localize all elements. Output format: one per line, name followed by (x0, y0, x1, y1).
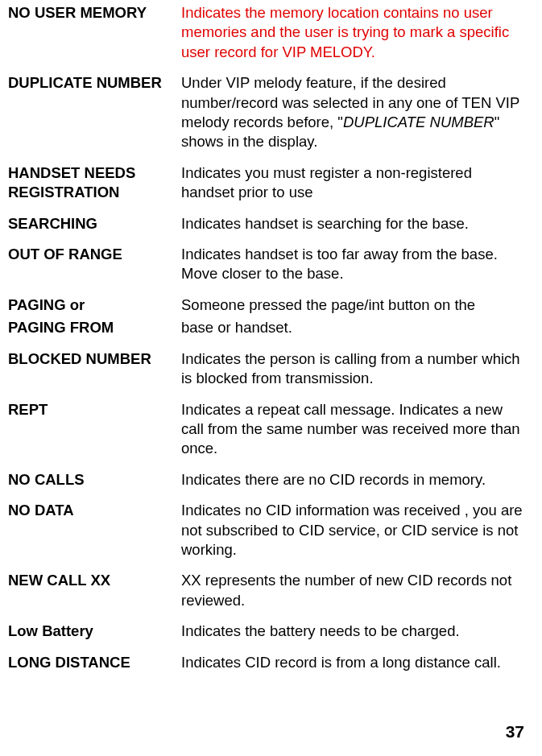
definition: Indicates CID record is from a long dist… (181, 653, 526, 672)
term: LONG DISTANCE (8, 653, 181, 672)
definition: Under VIP melody feature, if the desired… (181, 73, 526, 152)
term: HANDSET NEEDS REGISTRATION (8, 163, 181, 203)
definition: Indicates the memory location contains n… (181, 3, 526, 62)
entry-no-user-memory: NO USER MEMORY Indicates the memory loca… (8, 3, 526, 62)
entry-low-battery: Low Battery Indicates the battery needs … (8, 622, 526, 641)
term: NO DATA (8, 501, 181, 560)
term: BLOCKED NUMBER (8, 349, 181, 389)
term: NO CALLS (8, 470, 181, 490)
term: PAGING or (8, 295, 181, 315)
term: REPT (8, 400, 181, 459)
entry-new-call-xx: NEW CALL XX XX represents the number of … (8, 571, 526, 610)
term: PAGING FROM (8, 318, 181, 337)
definition: XX represents the number of new CID reco… (181, 571, 526, 610)
entry-duplicate-number: DUPLICATE NUMBER Under VIP melody featur… (8, 73, 526, 152)
definition: Indicates you must register a non-regist… (181, 163, 526, 203)
definition: Indicates handset is too far away from t… (181, 245, 526, 284)
definition: base or handset. (181, 318, 526, 337)
entry-no-data: NO DATA Indicates no CID information was… (8, 501, 526, 560)
entry-long-distance: LONG DISTANCE Indicates CID record is fr… (8, 653, 526, 672)
page-number: 37 (506, 722, 524, 742)
definition: Indicates no CID information was receive… (181, 501, 526, 560)
definition: Indicates a repeat call message. Indicat… (181, 400, 526, 459)
term: SEARCHING (8, 214, 181, 233)
definition: Indicates handset is searching for the b… (181, 214, 526, 233)
entry-no-calls: NO CALLS Indicates there are no CID reco… (8, 470, 526, 490)
definition: Someone pressed the page/int button on t… (181, 295, 526, 315)
entry-searching: SEARCHING Indicates handset is searching… (8, 214, 526, 233)
entry-rept: REPT Indicates a repeat call message. In… (8, 400, 526, 459)
entry-paging-from: PAGING FROM base or handset. (8, 318, 526, 337)
entry-out-of-range: OUT OF RANGE Indicates handset is too fa… (8, 245, 526, 284)
entry-handset-needs-registration: HANDSET NEEDS REGISTRATION Indicates you… (8, 163, 526, 203)
definition: Indicates the person is calling from a n… (181, 349, 526, 389)
term: NO USER MEMORY (8, 3, 181, 62)
definition: Indicates there are no CID records in me… (181, 470, 526, 490)
definition-italic: DUPLICATE NUMBER (343, 114, 494, 130)
term: NEW CALL XX (8, 571, 181, 610)
entry-paging-or: PAGING or Someone pressed the page/int b… (8, 295, 526, 315)
definitions-list: NO USER MEMORY Indicates the memory loca… (8, 3, 526, 672)
term: Low Battery (8, 622, 181, 641)
term: DUPLICATE NUMBER (8, 73, 181, 152)
definition: Indicates the battery needs to be charge… (181, 622, 526, 641)
term: OUT OF RANGE (8, 245, 181, 284)
entry-blocked-number: BLOCKED NUMBER Indicates the person is c… (8, 349, 526, 389)
